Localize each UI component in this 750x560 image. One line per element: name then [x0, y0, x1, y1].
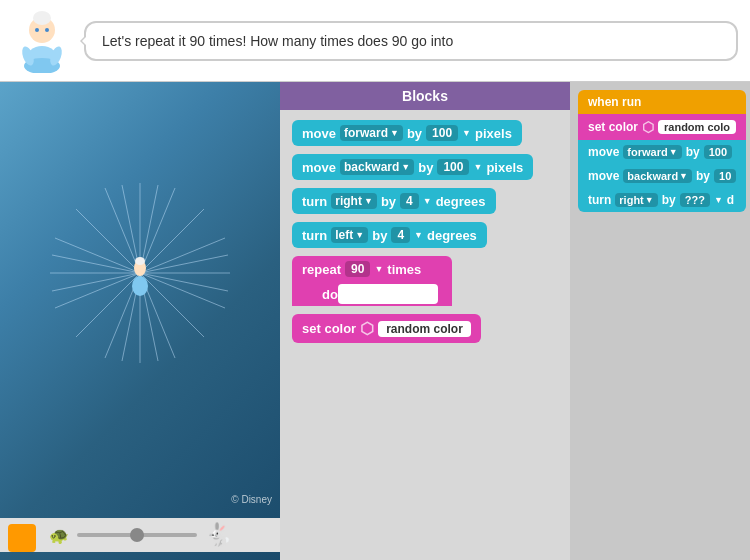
repeat-label: repeat	[302, 262, 341, 277]
sparkle-decoration	[40, 173, 240, 373]
svg-point-3	[35, 28, 39, 32]
speed-slider[interactable]	[77, 533, 197, 537]
code-stack: when run set color ⬡ random colo move fo…	[578, 90, 746, 212]
block-move-backward[interactable]: move backward ▼ by 100 ▼ pixels	[292, 154, 533, 180]
degrees-label-2: degrees	[427, 228, 477, 243]
left-dropdown[interactable]: left ▼	[331, 227, 368, 243]
times-label: times	[387, 262, 421, 277]
speech-bubble: Let's repeat it 90 times! How many times…	[84, 21, 738, 61]
elsa-svg	[12, 8, 72, 73]
top-bar: Let's repeat it 90 times! How many times…	[0, 0, 750, 82]
svg-point-2	[33, 11, 51, 25]
character-avatar	[12, 8, 72, 73]
slow-turtle-icon: 🐢	[49, 526, 69, 545]
code-right-dropdown[interactable]: right ▼	[615, 193, 657, 207]
setcolor-label: set color	[302, 321, 356, 336]
code-by-3: by	[662, 193, 676, 207]
repeat-dropdown-arrow: ▼	[374, 264, 383, 274]
code-d-label: d	[727, 193, 734, 207]
move-forward-value[interactable]: 100	[426, 125, 458, 141]
right-dropdown[interactable]: right ▼	[331, 193, 377, 209]
block-set-color[interactable]: set color ⬡ random color	[292, 314, 481, 343]
speed-control-bar: 🐢 🐇	[0, 518, 280, 552]
code-setcolor-label: set color	[588, 120, 638, 134]
code-color-value[interactable]: random colo	[658, 120, 736, 134]
code-move-forward[interactable]: move forward ▼ by 100	[578, 140, 746, 164]
backward-dropdown-arrow: ▼	[401, 162, 410, 172]
main-content: © Disney 🐢 🐇 Blocks move forward ▼ by 10…	[0, 82, 750, 560]
forward-dropdown[interactable]: forward ▼	[340, 125, 403, 141]
fast-turtle-icon: 🐇	[205, 522, 232, 548]
canvas-bg: © Disney	[0, 82, 280, 560]
code-backward-dropdown[interactable]: backward ▼	[623, 169, 692, 183]
blocks-list: move forward ▼ by 100 ▼ pixels move back…	[280, 110, 570, 353]
code-forward-value[interactable]: 100	[704, 145, 732, 159]
code-right-arrow: ▼	[645, 195, 654, 205]
run-button[interactable]	[8, 524, 36, 552]
code-move-label-2: move	[588, 169, 619, 183]
by-label-4: by	[372, 228, 387, 243]
value-arrow-3: ▼	[423, 196, 432, 206]
canvas-panel: © Disney 🐢 🐇	[0, 82, 280, 560]
code-backward-value[interactable]: 10	[714, 169, 736, 183]
left-dropdown-arrow: ▼	[355, 230, 364, 240]
do-label: do	[322, 287, 338, 302]
code-move-label-1: move	[588, 145, 619, 159]
right-dropdown-arrow: ▼	[364, 196, 373, 206]
code-when-run[interactable]: when run	[578, 90, 746, 114]
code-forward-dropdown[interactable]: forward ▼	[623, 145, 681, 159]
pixels-label-2: pixels	[486, 160, 523, 175]
speech-text: Let's repeat it 90 times! How many times…	[102, 33, 453, 49]
blocks-panel: Blocks move forward ▼ by 100 ▼ pixels mo…	[280, 82, 570, 560]
setcolor-icon: ⬡	[360, 319, 374, 338]
code-forward-arrow: ▼	[669, 147, 678, 157]
turn-label-1: turn	[302, 194, 327, 209]
turn-left-value[interactable]: 4	[391, 227, 410, 243]
code-panel: when run set color ⬡ random colo move fo…	[570, 82, 750, 560]
copyright-text: © Disney	[231, 494, 272, 505]
code-move-backward[interactable]: move backward ▼ by 10	[578, 164, 746, 188]
block-repeat[interactable]: repeat 90 ▼ times do	[292, 256, 558, 306]
turn-right-value[interactable]: 4	[400, 193, 419, 209]
value-arrow-2: ▼	[473, 162, 482, 172]
code-by-2: by	[696, 169, 710, 183]
block-move-forward[interactable]: move forward ▼ by 100 ▼ pixels	[292, 120, 522, 146]
code-setcolor-icon: ⬡	[642, 119, 654, 135]
svg-point-4	[45, 28, 49, 32]
block-turn-right[interactable]: turn right ▼ by 4 ▼ degrees	[292, 188, 496, 214]
code-set-color[interactable]: set color ⬡ random colo	[578, 114, 746, 140]
repeat-inner-slot	[338, 284, 438, 304]
by-label-1: by	[407, 126, 422, 141]
blocks-header: Blocks	[280, 82, 570, 110]
forward-dropdown-arrow: ▼	[390, 128, 399, 138]
pixels-label-1: pixels	[475, 126, 512, 141]
code-turn-label: turn	[588, 193, 611, 207]
svg-point-21	[132, 276, 148, 296]
code-turn-right[interactable]: turn right ▼ by ??? ▼ d	[578, 188, 746, 212]
value-arrow-4: ▼	[414, 230, 423, 240]
repeat-value[interactable]: 90	[345, 261, 370, 277]
repeat-body: do	[292, 282, 452, 306]
code-turn-value[interactable]: ???	[680, 193, 710, 207]
move-backward-value[interactable]: 100	[437, 159, 469, 175]
value-arrow-1: ▼	[462, 128, 471, 138]
move-label-2: move	[302, 160, 336, 175]
degrees-label-1: degrees	[436, 194, 486, 209]
by-label-2: by	[418, 160, 433, 175]
turn-label-2: turn	[302, 228, 327, 243]
block-turn-left[interactable]: turn left ▼ by 4 ▼ degrees	[292, 222, 487, 248]
code-turn-arrow: ▼	[714, 195, 723, 205]
move-label-1: move	[302, 126, 336, 141]
repeat-top: repeat 90 ▼ times	[292, 256, 452, 282]
backward-dropdown[interactable]: backward ▼	[340, 159, 414, 175]
code-backward-arrow: ▼	[679, 171, 688, 181]
svg-point-22	[135, 257, 145, 265]
setcolor-value[interactable]: random color	[378, 321, 471, 337]
by-label-3: by	[381, 194, 396, 209]
when-run-label: when run	[588, 95, 641, 109]
code-by-1: by	[686, 145, 700, 159]
